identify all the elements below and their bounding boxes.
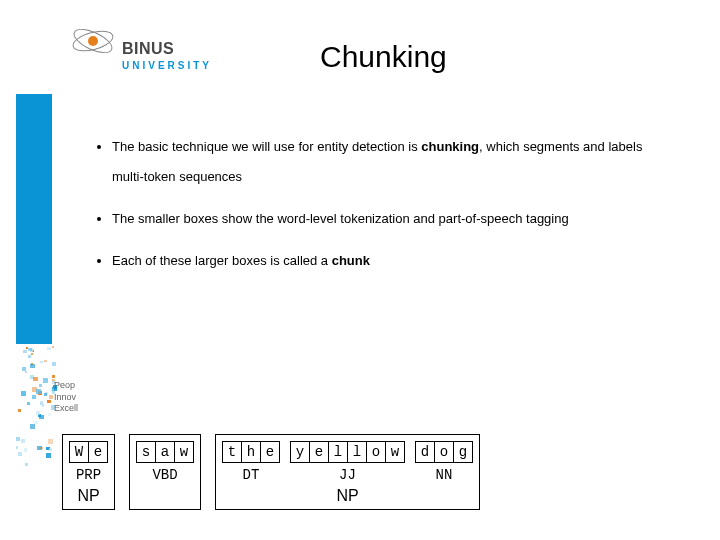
letter-boxes: the xyxy=(222,441,280,463)
word-box: theDT xyxy=(222,441,280,483)
pos-tag: NN xyxy=(436,467,453,483)
slide-title: Chunking xyxy=(320,40,447,74)
logo-icon xyxy=(70,18,114,62)
pixel-splash-decoration xyxy=(16,344,52,474)
bullet-list: The basic technique we will use for enti… xyxy=(90,132,670,288)
bullet-2: The smaller boxes show the word-level to… xyxy=(112,204,670,234)
chunk-label: NP xyxy=(336,487,358,505)
chunk-label: NP xyxy=(77,487,99,505)
pos-tag: PRP xyxy=(76,467,101,483)
pos-tag: JJ xyxy=(339,467,356,483)
pos-tag: VBD xyxy=(152,467,177,483)
chunk-box: theDTyellowJJdogNNNP xyxy=(215,434,480,510)
chunking-diagram: WePRPNPsawVBDNPtheDTyellowJJdogNNNP xyxy=(62,434,480,510)
letter-boxes: We xyxy=(69,441,108,463)
bullet-1: The basic technique we will use for enti… xyxy=(112,132,670,192)
word-box: dogNN xyxy=(415,441,473,483)
letter-boxes: dog xyxy=(415,441,473,463)
letter-boxes: yellow xyxy=(290,441,405,463)
side-accent-bar xyxy=(16,94,52,344)
word-box: sawVBD xyxy=(136,441,194,483)
word-box: yellowJJ xyxy=(290,441,405,483)
chunk-box: WePRPNP xyxy=(62,434,115,510)
side-cropped-text: Peop Innov Excell xyxy=(54,380,78,415)
chunk-box: sawVBDNP xyxy=(129,434,201,510)
letter-boxes: saw xyxy=(136,441,194,463)
logo-name: BINUS xyxy=(122,40,212,58)
pos-tag: DT xyxy=(243,467,260,483)
word-box: WePRP xyxy=(69,441,108,483)
logo-text-block: BINUS UNIVERSITY xyxy=(122,40,212,71)
slide: BINUS UNIVERSITY Chunking The basic tech… xyxy=(0,0,720,540)
logo-subtitle: UNIVERSITY xyxy=(122,60,212,71)
bullet-3: Each of these larger boxes is called a c… xyxy=(112,246,670,276)
